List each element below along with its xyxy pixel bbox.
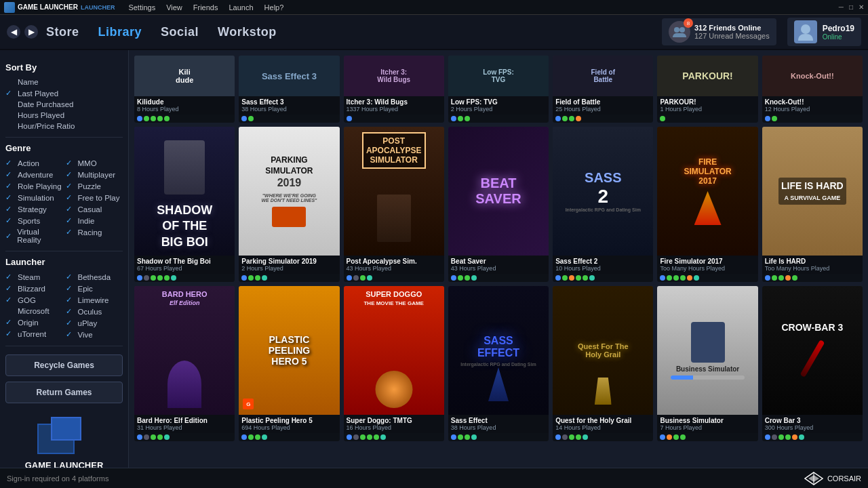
game-beat-saver[interactable]: BEATSAVER Beat Saver 43 Hours Played [448,127,549,282]
game-crow-bar[interactable]: CROW-BAR 3 Crow Bar 3 300 Hours Played [762,286,863,441]
game-title: Life Is HARD [765,258,860,265]
genre-sports[interactable]: ✓Sports [5,215,63,226]
launcher-limewire[interactable]: ✓Limewire [66,294,123,306]
menu-help[interactable]: Help? [264,3,284,12]
game-title: Sass Effect 2 [555,258,650,265]
game-shadow-big-boi[interactable]: SHADOWOF THEBIG BOI Shadow of The Big Bo… [134,127,235,282]
launcher-vive[interactable]: ✓Vive [66,329,123,340]
user-section[interactable]: Pedro19 Online [787,18,861,46]
app-logo-icon [4,2,15,13]
menu-launch[interactable]: Launch [229,3,253,12]
dot [471,434,477,440]
maximize-button[interactable]: □ [849,3,853,11]
sort-name[interactable]: Name [5,77,123,87]
genre-adventure[interactable]: ✓Adventure [5,169,63,180]
game-sass-effect[interactable]: SASSEFFECT Intergalactic RPG and Dating … [448,286,549,441]
dot [772,434,777,440]
launcher-blizzard[interactable]: ✓Blizzard [5,283,63,294]
game-parking-sim[interactable]: PARKINGSIMULATOR2019 "WHERE WE'RE GOINGW… [239,127,339,282]
game-holy-grail[interactable]: Quest For TheHoly Grail Quest for the Ho… [553,286,653,441]
sort-hour-price[interactable]: Hour/Price Ratio [5,121,123,131]
close-button[interactable]: ✕ [859,3,864,11]
genre-casual[interactable]: ✓Casual [66,203,123,215]
top-game-2[interactable]: Itcher 3:Wild Bugs Itcher 3: Wild Bugs 1… [344,56,444,123]
game-icons [448,433,549,441]
user-status: Online [823,33,854,41]
game-life-is-hard[interactable]: LIFE IS HARDA SURVIVAL GAME Life Is HARD… [762,127,863,282]
dot [374,434,379,440]
top-game-0[interactable]: Kilidude Kilidude 8 Hours Played [134,56,235,123]
sort-date-purchased[interactable]: Date Purchased [5,99,123,110]
dot [458,116,463,121]
game-bard-hero[interactable]: BARD HEROElf Edition Bard Hero: Elf Edit… [134,286,235,441]
launcher-gog[interactable]: ✓GOG [5,294,63,306]
launcher-steam[interactable]: ✓Steam [5,271,63,283]
app-subtitle: LAUNCHER [81,4,115,11]
top-hours-4: 25 Hours Played [555,106,650,113]
genre-indie[interactable]: ✓Indie [66,215,123,226]
game-business-sim[interactable]: Business Simulator Business Simulator 7 … [657,286,757,441]
dot [157,275,163,281]
forward-button[interactable]: ▶ [24,25,38,39]
launcher-origin[interactable]: ✓Origin [5,317,63,328]
sort-hours-played[interactable]: Hours Played [5,110,123,121]
back-button[interactable]: ◀ [7,25,20,39]
top-game-6[interactable]: Knock-Out!! Knock-Out!! 12 Hours Played [762,56,863,123]
minimize-button[interactable]: ─ [839,3,844,11]
nav-store[interactable]: Store [46,25,79,39]
genre-multiplayer[interactable]: ✓Multiplayer [66,169,123,180]
top-game-3[interactable]: Low FPS:TVG Low FPS: TVG 2 Hours Played [448,56,549,123]
return-games-button[interactable]: Return Games [5,382,123,403]
game-post-apocalypse[interactable]: POSTAPOCALYPSESIMULATOR Post Apocalypse … [344,127,444,282]
dot [164,434,170,440]
game-info: Sass Effect 38 Hours Played [448,415,549,433]
dot [171,275,176,281]
launcher-oculus[interactable]: ✓Oculus [66,306,123,317]
recycle-games-button[interactable]: Recycle Games [5,354,123,376]
top-game-4[interactable]: Field ofBattle Field of Battle 25 Hours … [553,56,653,123]
nav-arrows: ◀ ▶ [7,25,38,39]
genre-simulation[interactable]: ✓Simulation [5,192,63,203]
launcher-microsoft[interactable]: Microsoft [5,306,63,317]
friends-section[interactable]: 8 312 Friends Online 127 Unread Messages [662,18,776,45]
nav-library[interactable]: Library [98,25,142,39]
game-plastic-peeling[interactable]: PLASTICPEELINGHERO 5 G Plastic Peeling H… [239,286,339,441]
game-fire-simulator[interactable]: FIRESIMULATOR2017 Fire Simulator 2017 To… [657,127,757,282]
app-title: GAME LAUNCHER [18,3,78,11]
launcher-utorrent[interactable]: ✓uTorrent [5,328,63,340]
genre-racing[interactable]: ✓Racing [66,226,123,238]
game-thumb: BEATSAVER [448,127,549,256]
game-sass-effect-2[interactable]: SASS2 Intergalactic RPG and Dating Sim S… [553,127,653,282]
genre-role-playing[interactable]: ✓Role Playing [5,180,63,192]
top-game-5[interactable]: PARKOUR! PARKOUR! 1 Hours Played [657,56,757,123]
top-game-1[interactable]: Sass Effect 3 Sass Effect 3 38 Hours Pla… [239,56,339,123]
launcher-bethesda[interactable]: ✓Bethesda [66,271,123,283]
sort-last-played[interactable]: ✓ Last Played [5,87,123,99]
genre-action[interactable]: ✓Action [5,157,63,169]
game-thumb: PLASTICPEELINGHERO 5 G [239,286,339,415]
menu-settings[interactable]: Settings [128,3,155,12]
genre-mmo[interactable]: ✓MMO [66,157,123,169]
dot [576,434,581,440]
game-super-doggo[interactable]: SUPER DOGGOTHE MOVIE THE GAME Super Dogg… [344,286,444,441]
menu-view[interactable]: View [166,3,182,12]
dot [458,275,463,281]
launcher-epic[interactable]: ✓Epic [66,283,123,294]
game-info: Plastic Peeling Hero 5 694 Hours Played [239,415,339,433]
nav-workstop[interactable]: Workstop [218,25,277,39]
friends-online-count: 312 Friends Online [694,24,770,32]
dot [137,116,142,121]
genre-puzzle[interactable]: ✓Puzzle [66,180,123,192]
genre-strategy[interactable]: ✓Strategy [5,203,63,215]
game-info: Quest for the Holy Grail 14 Hours Played [553,415,653,433]
menu-friends[interactable]: Friends [193,3,218,12]
dot [248,275,254,281]
top-thumb-5: PARKOUR! [657,56,757,96]
genre-vr[interactable]: ✓Virtual Reality [5,226,63,245]
launcher-uplay[interactable]: ✓uPlay [66,317,123,329]
genre-free-play[interactable]: ✓Free to Play [66,192,123,203]
dot [576,275,581,281]
game-info: Parking Simulator 2019 2 Hours Played [239,256,339,274]
top-hours-5: 1 Hours Played [660,106,755,113]
nav-social[interactable]: Social [161,25,199,39]
